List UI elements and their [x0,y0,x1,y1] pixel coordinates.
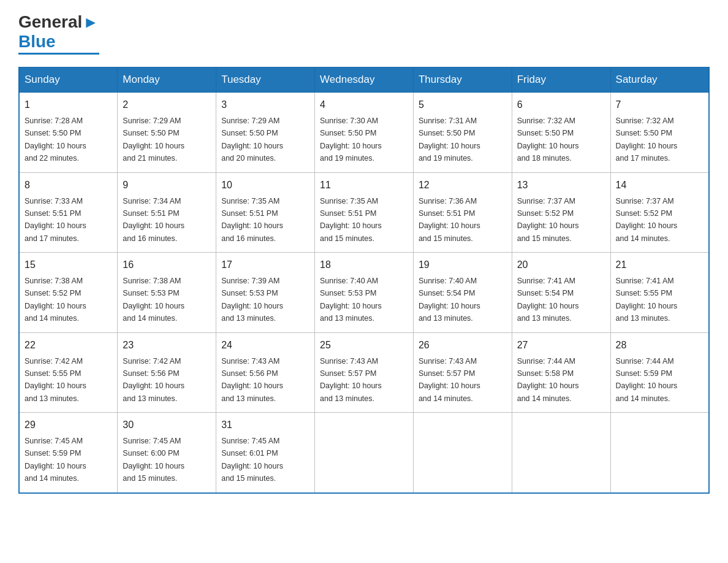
day-info: Sunrise: 7:45 AMSunset: 6:01 PMDaylight:… [221,437,283,483]
day-info: Sunrise: 7:33 AMSunset: 5:51 PMDaylight:… [25,197,86,243]
calendar-cell: 2Sunrise: 7:29 AMSunset: 5:50 PMDaylight… [118,93,216,173]
calendar-cell: 25Sunrise: 7:43 AMSunset: 5:57 PMDayligh… [315,332,414,413]
day-info: Sunrise: 7:35 AMSunset: 5:51 PMDaylight:… [221,197,283,243]
day-info: Sunrise: 7:42 AMSunset: 5:56 PMDaylight:… [123,357,184,403]
calendar-cell: 27Sunrise: 7:44 AMSunset: 5:58 PMDayligh… [512,332,610,413]
page-header: General ► Blue [18,12,710,55]
day-number: 5 [419,98,507,112]
day-info: Sunrise: 7:28 AMSunset: 5:50 PMDaylight:… [25,117,86,163]
calendar-week-row: 8Sunrise: 7:33 AMSunset: 5:51 PMDaylight… [19,172,709,253]
calendar-cell: 19Sunrise: 7:40 AMSunset: 5:54 PMDayligh… [413,253,512,333]
calendar-cell: 4Sunrise: 7:30 AMSunset: 5:50 PMDaylight… [315,93,414,173]
day-number: 20 [517,258,605,272]
day-info: Sunrise: 7:41 AMSunset: 5:54 PMDaylight:… [517,277,579,323]
day-number: 2 [123,98,211,112]
day-info: Sunrise: 7:43 AMSunset: 5:57 PMDaylight:… [419,357,480,403]
calendar-header: SundayMondayTuesdayWednesdayThursdayFrid… [19,67,709,93]
day-number: 31 [221,418,309,432]
calendar-cell: 17Sunrise: 7:39 AMSunset: 5:53 PMDayligh… [216,253,315,333]
calendar-cell: 8Sunrise: 7:33 AMSunset: 5:51 PMDaylight… [19,172,118,253]
day-info: Sunrise: 7:40 AMSunset: 5:54 PMDaylight:… [419,277,480,323]
calendar-week-row: 29Sunrise: 7:45 AMSunset: 5:59 PMDayligh… [19,413,709,493]
calendar-week-row: 1Sunrise: 7:28 AMSunset: 5:50 PMDaylight… [19,93,709,173]
calendar-cell: 6Sunrise: 7:32 AMSunset: 5:50 PMDaylight… [512,93,610,173]
day-info: Sunrise: 7:35 AMSunset: 5:51 PMDaylight:… [320,197,382,243]
day-number: 9 [123,178,211,193]
logo-underline [18,53,99,55]
day-number: 30 [123,418,211,432]
day-number: 4 [320,98,408,112]
day-info: Sunrise: 7:32 AMSunset: 5:50 PMDaylight:… [616,117,678,163]
calendar-cell: 20Sunrise: 7:41 AMSunset: 5:54 PMDayligh… [512,253,610,333]
day-number: 12 [419,178,507,193]
calendar-cell: 12Sunrise: 7:36 AMSunset: 5:51 PMDayligh… [413,172,512,253]
calendar-cell: 21Sunrise: 7:41 AMSunset: 5:55 PMDayligh… [610,253,709,333]
day-info: Sunrise: 7:41 AMSunset: 5:55 PMDaylight:… [616,277,678,323]
calendar-cell: 18Sunrise: 7:40 AMSunset: 5:53 PMDayligh… [315,253,414,333]
logo-general-text: General [18,12,82,32]
day-number: 1 [25,98,112,112]
day-number: 25 [320,338,408,353]
day-number: 13 [517,178,605,193]
weekday-header-thursday: Thursday [413,67,512,93]
weekday-header-sunday: Sunday [19,67,118,93]
calendar-cell [413,413,512,493]
day-number: 29 [25,418,112,432]
day-number: 19 [419,258,507,272]
calendar-cell: 10Sunrise: 7:35 AMSunset: 5:51 PMDayligh… [216,172,315,253]
day-number: 17 [221,258,309,272]
day-number: 18 [320,258,408,272]
day-number: 23 [123,338,211,353]
calendar-cell [610,413,709,493]
weekday-header-wednesday: Wednesday [315,67,414,93]
day-number: 26 [419,338,507,353]
day-info: Sunrise: 7:31 AMSunset: 5:50 PMDaylight:… [419,117,480,163]
calendar-cell: 22Sunrise: 7:42 AMSunset: 5:55 PMDayligh… [19,332,118,413]
weekday-header-monday: Monday [118,67,216,93]
day-number: 8 [25,178,112,193]
day-info: Sunrise: 7:29 AMSunset: 5:50 PMDaylight:… [221,117,283,163]
calendar-cell: 24Sunrise: 7:43 AMSunset: 5:56 PMDayligh… [216,332,315,413]
day-info: Sunrise: 7:43 AMSunset: 5:57 PMDaylight:… [320,357,382,403]
day-number: 16 [123,258,211,272]
day-info: Sunrise: 7:38 AMSunset: 5:53 PMDaylight:… [123,277,184,323]
calendar-table: SundayMondayTuesdayWednesdayThursdayFrid… [18,67,710,494]
calendar-cell: 16Sunrise: 7:38 AMSunset: 5:53 PMDayligh… [118,253,216,333]
day-info: Sunrise: 7:44 AMSunset: 5:59 PMDaylight:… [616,357,678,403]
calendar-cell: 9Sunrise: 7:34 AMSunset: 5:51 PMDaylight… [118,172,216,253]
calendar-cell: 14Sunrise: 7:37 AMSunset: 5:52 PMDayligh… [610,172,709,253]
calendar-cell: 11Sunrise: 7:35 AMSunset: 5:51 PMDayligh… [315,172,414,253]
day-info: Sunrise: 7:37 AMSunset: 5:52 PMDaylight:… [616,197,678,243]
day-info: Sunrise: 7:39 AMSunset: 5:53 PMDaylight:… [221,277,283,323]
calendar-cell: 28Sunrise: 7:44 AMSunset: 5:59 PMDayligh… [610,332,709,413]
day-info: Sunrise: 7:30 AMSunset: 5:50 PMDaylight:… [320,117,382,163]
day-number: 28 [616,338,703,353]
logo-blue-text: Blue [18,32,56,52]
day-info: Sunrise: 7:45 AMSunset: 5:59 PMDaylight:… [25,437,86,483]
calendar-cell: 23Sunrise: 7:42 AMSunset: 5:56 PMDayligh… [118,332,216,413]
day-info: Sunrise: 7:37 AMSunset: 5:52 PMDaylight:… [517,197,579,243]
calendar-cell: 31Sunrise: 7:45 AMSunset: 6:01 PMDayligh… [216,413,315,493]
calendar-cell: 7Sunrise: 7:32 AMSunset: 5:50 PMDaylight… [610,93,709,173]
day-number: 10 [221,178,309,193]
weekday-header-row: SundayMondayTuesdayWednesdayThursdayFrid… [19,67,709,93]
day-number: 21 [616,258,703,272]
logo: General ► Blue [18,12,99,55]
calendar-cell: 1Sunrise: 7:28 AMSunset: 5:50 PMDaylight… [19,93,118,173]
calendar-cell: 5Sunrise: 7:31 AMSunset: 5:50 PMDaylight… [413,93,512,173]
day-info: Sunrise: 7:43 AMSunset: 5:56 PMDaylight:… [221,357,283,403]
day-info: Sunrise: 7:29 AMSunset: 5:50 PMDaylight:… [123,117,184,163]
day-number: 3 [221,98,309,112]
day-info: Sunrise: 7:44 AMSunset: 5:58 PMDaylight:… [517,357,579,403]
weekday-header-tuesday: Tuesday [216,67,315,93]
calendar-week-row: 15Sunrise: 7:38 AMSunset: 5:52 PMDayligh… [19,253,709,333]
calendar-cell: 29Sunrise: 7:45 AMSunset: 5:59 PMDayligh… [19,413,118,493]
logo-arrow-icon: ► [83,13,99,32]
day-number: 24 [221,338,309,353]
day-info: Sunrise: 7:32 AMSunset: 5:50 PMDaylight:… [517,117,579,163]
day-info: Sunrise: 7:42 AMSunset: 5:55 PMDaylight:… [25,357,86,403]
calendar-cell: 26Sunrise: 7:43 AMSunset: 5:57 PMDayligh… [413,332,512,413]
day-number: 22 [25,338,112,353]
day-info: Sunrise: 7:34 AMSunset: 5:51 PMDaylight:… [123,197,184,243]
day-number: 11 [320,178,408,193]
